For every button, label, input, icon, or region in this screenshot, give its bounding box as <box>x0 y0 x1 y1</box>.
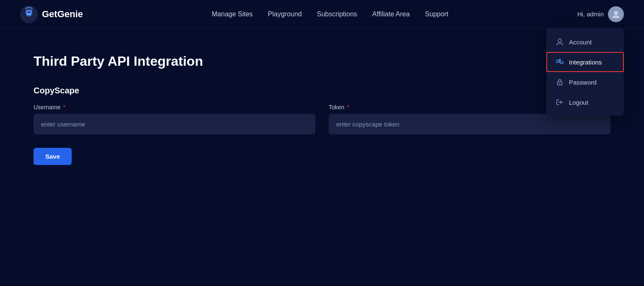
svg-point-11 <box>559 59 561 61</box>
logo-area[interactable]: GetGenie <box>20 5 83 23</box>
username-required: * <box>62 104 65 111</box>
username-label: Username * <box>34 104 315 111</box>
logo-text: GetGenie <box>42 9 83 20</box>
main-nav: Manage Sites Playground Subscriptions Af… <box>212 10 448 18</box>
user-greeting: Hi, admin <box>577 10 604 18</box>
header: GetGenie Manage Sites Playground Subscri… <box>0 0 644 28</box>
dropdown-item-password[interactable]: Password <box>546 72 624 92</box>
logo-icon <box>20 5 38 23</box>
logout-label: Logout <box>569 99 588 106</box>
page-title: Third Party API Integration <box>34 54 610 69</box>
dropdown-item-integrations[interactable]: Integrations <box>546 52 624 72</box>
nav-support[interactable]: Support <box>425 10 448 18</box>
token-required: * <box>345 104 349 111</box>
password-label: Password <box>569 79 597 86</box>
token-input[interactable] <box>329 114 610 134</box>
nav-manage-sites[interactable]: Manage Sites <box>212 10 253 18</box>
nav-affiliate-area[interactable]: Affiliate Area <box>372 10 410 18</box>
avatar <box>608 6 624 22</box>
dropdown-menu: Account Integrations Password <box>546 28 624 116</box>
username-form-group: Username * <box>34 104 315 134</box>
dropdown-item-account[interactable]: Account <box>546 32 624 52</box>
svg-point-5 <box>28 10 28 11</box>
svg-rect-10 <box>560 62 563 64</box>
svg-point-13 <box>559 83 560 84</box>
section-title: CopyScape <box>34 86 610 95</box>
logout-icon <box>556 98 564 106</box>
account-label: Account <box>569 39 592 46</box>
user-area[interactable]: Hi, admin <box>577 6 624 22</box>
integrations-label: Integrations <box>569 59 602 66</box>
nav-playground[interactable]: Playground <box>268 10 302 18</box>
lock-icon <box>556 78 564 86</box>
form-row: Username * Token * <box>34 104 610 134</box>
nav-subscriptions[interactable]: Subscriptions <box>317 10 357 18</box>
svg-point-8 <box>558 39 561 42</box>
svg-point-7 <box>614 11 618 15</box>
svg-point-6 <box>30 10 30 11</box>
person-icon <box>556 38 564 46</box>
username-input[interactable] <box>34 114 315 134</box>
save-button[interactable]: Save <box>34 148 72 165</box>
integrations-icon <box>556 58 564 66</box>
dropdown-item-logout[interactable]: Logout <box>546 92 624 112</box>
